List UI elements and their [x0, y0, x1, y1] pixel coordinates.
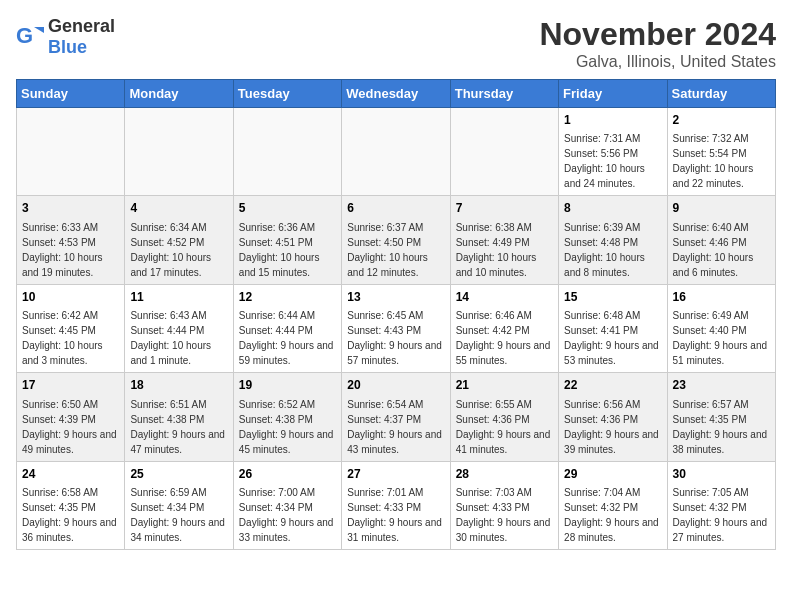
calendar-cell: 8Sunrise: 6:39 AM Sunset: 4:48 PM Daylig… [559, 196, 667, 284]
day-number: 17 [22, 377, 119, 394]
day-number: 23 [673, 377, 770, 394]
calendar-cell: 4Sunrise: 6:34 AM Sunset: 4:52 PM Daylig… [125, 196, 233, 284]
calendar-header-row: SundayMondayTuesdayWednesdayThursdayFrid… [17, 80, 776, 108]
day-number: 6 [347, 200, 444, 217]
calendar-cell: 23Sunrise: 6:57 AM Sunset: 4:35 PM Dayli… [667, 373, 775, 461]
day-info: Sunrise: 6:45 AM Sunset: 4:43 PM Dayligh… [347, 308, 444, 368]
calendar-cell: 24Sunrise: 6:58 AM Sunset: 4:35 PM Dayli… [17, 461, 125, 549]
day-number: 27 [347, 466, 444, 483]
calendar-cell: 17Sunrise: 6:50 AM Sunset: 4:39 PM Dayli… [17, 373, 125, 461]
day-number: 25 [130, 466, 227, 483]
calendar-cell: 11Sunrise: 6:43 AM Sunset: 4:44 PM Dayli… [125, 284, 233, 372]
day-header-thursday: Thursday [450, 80, 558, 108]
day-info: Sunrise: 7:01 AM Sunset: 4:33 PM Dayligh… [347, 485, 444, 545]
calendar-cell: 29Sunrise: 7:04 AM Sunset: 4:32 PM Dayli… [559, 461, 667, 549]
day-info: Sunrise: 6:44 AM Sunset: 4:44 PM Dayligh… [239, 308, 336, 368]
calendar-cell: 16Sunrise: 6:49 AM Sunset: 4:40 PM Dayli… [667, 284, 775, 372]
calendar-cell: 28Sunrise: 7:03 AM Sunset: 4:33 PM Dayli… [450, 461, 558, 549]
day-info: Sunrise: 6:56 AM Sunset: 4:36 PM Dayligh… [564, 397, 661, 457]
calendar-week-3: 10Sunrise: 6:42 AM Sunset: 4:45 PM Dayli… [17, 284, 776, 372]
day-info: Sunrise: 7:00 AM Sunset: 4:34 PM Dayligh… [239, 485, 336, 545]
day-number: 22 [564, 377, 661, 394]
calendar-cell: 6Sunrise: 6:37 AM Sunset: 4:50 PM Daylig… [342, 196, 450, 284]
calendar-cell: 14Sunrise: 6:46 AM Sunset: 4:42 PM Dayli… [450, 284, 558, 372]
day-number: 19 [239, 377, 336, 394]
day-info: Sunrise: 6:54 AM Sunset: 4:37 PM Dayligh… [347, 397, 444, 457]
calendar-cell: 10Sunrise: 6:42 AM Sunset: 4:45 PM Dayli… [17, 284, 125, 372]
day-info: Sunrise: 6:57 AM Sunset: 4:35 PM Dayligh… [673, 397, 770, 457]
calendar-cell: 13Sunrise: 6:45 AM Sunset: 4:43 PM Dayli… [342, 284, 450, 372]
calendar-cell [233, 108, 341, 196]
day-info: Sunrise: 6:38 AM Sunset: 4:49 PM Dayligh… [456, 220, 553, 280]
day-number: 20 [347, 377, 444, 394]
calendar-cell [450, 108, 558, 196]
day-number: 11 [130, 289, 227, 306]
day-info: Sunrise: 6:51 AM Sunset: 4:38 PM Dayligh… [130, 397, 227, 457]
calendar-cell: 25Sunrise: 6:59 AM Sunset: 4:34 PM Dayli… [125, 461, 233, 549]
logo: G General Blue [16, 16, 115, 58]
logo-blue: Blue [48, 37, 87, 57]
svg-marker-1 [34, 27, 44, 33]
day-info: Sunrise: 6:39 AM Sunset: 4:48 PM Dayligh… [564, 220, 661, 280]
calendar-cell: 9Sunrise: 6:40 AM Sunset: 4:46 PM Daylig… [667, 196, 775, 284]
location-title: Galva, Illinois, United States [539, 53, 776, 71]
day-number: 26 [239, 466, 336, 483]
day-info: Sunrise: 6:49 AM Sunset: 4:40 PM Dayligh… [673, 308, 770, 368]
day-info: Sunrise: 6:55 AM Sunset: 4:36 PM Dayligh… [456, 397, 553, 457]
calendar-cell: 1Sunrise: 7:31 AM Sunset: 5:56 PM Daylig… [559, 108, 667, 196]
day-number: 18 [130, 377, 227, 394]
logo-text: General Blue [48, 16, 115, 58]
calendar-week-2: 3Sunrise: 6:33 AM Sunset: 4:53 PM Daylig… [17, 196, 776, 284]
page-header: G General Blue November 2024 Galva, Illi… [16, 16, 776, 71]
day-number: 7 [456, 200, 553, 217]
calendar-cell: 3Sunrise: 6:33 AM Sunset: 4:53 PM Daylig… [17, 196, 125, 284]
day-info: Sunrise: 6:36 AM Sunset: 4:51 PM Dayligh… [239, 220, 336, 280]
day-number: 2 [673, 112, 770, 129]
calendar-cell: 30Sunrise: 7:05 AM Sunset: 4:32 PM Dayli… [667, 461, 775, 549]
calendar-week-4: 17Sunrise: 6:50 AM Sunset: 4:39 PM Dayli… [17, 373, 776, 461]
day-number: 30 [673, 466, 770, 483]
calendar-cell: 20Sunrise: 6:54 AM Sunset: 4:37 PM Dayli… [342, 373, 450, 461]
day-number: 5 [239, 200, 336, 217]
calendar-cell [342, 108, 450, 196]
day-info: Sunrise: 6:34 AM Sunset: 4:52 PM Dayligh… [130, 220, 227, 280]
day-info: Sunrise: 6:59 AM Sunset: 4:34 PM Dayligh… [130, 485, 227, 545]
calendar-cell: 27Sunrise: 7:01 AM Sunset: 4:33 PM Dayli… [342, 461, 450, 549]
day-number: 13 [347, 289, 444, 306]
day-info: Sunrise: 6:46 AM Sunset: 4:42 PM Dayligh… [456, 308, 553, 368]
day-number: 21 [456, 377, 553, 394]
svg-text:G: G [16, 23, 33, 48]
day-number: 10 [22, 289, 119, 306]
day-info: Sunrise: 6:37 AM Sunset: 4:50 PM Dayligh… [347, 220, 444, 280]
day-number: 12 [239, 289, 336, 306]
calendar-cell: 22Sunrise: 6:56 AM Sunset: 4:36 PM Dayli… [559, 373, 667, 461]
day-number: 8 [564, 200, 661, 217]
day-header-friday: Friday [559, 80, 667, 108]
logo-general: General [48, 16, 115, 36]
day-number: 14 [456, 289, 553, 306]
day-info: Sunrise: 6:42 AM Sunset: 4:45 PM Dayligh… [22, 308, 119, 368]
day-header-sunday: Sunday [17, 80, 125, 108]
day-number: 15 [564, 289, 661, 306]
calendar-cell: 7Sunrise: 6:38 AM Sunset: 4:49 PM Daylig… [450, 196, 558, 284]
day-number: 29 [564, 466, 661, 483]
calendar-cell: 18Sunrise: 6:51 AM Sunset: 4:38 PM Dayli… [125, 373, 233, 461]
day-info: Sunrise: 6:33 AM Sunset: 4:53 PM Dayligh… [22, 220, 119, 280]
day-info: Sunrise: 6:52 AM Sunset: 4:38 PM Dayligh… [239, 397, 336, 457]
calendar-cell: 21Sunrise: 6:55 AM Sunset: 4:36 PM Dayli… [450, 373, 558, 461]
day-info: Sunrise: 7:04 AM Sunset: 4:32 PM Dayligh… [564, 485, 661, 545]
day-number: 1 [564, 112, 661, 129]
day-info: Sunrise: 7:31 AM Sunset: 5:56 PM Dayligh… [564, 131, 661, 191]
day-header-wednesday: Wednesday [342, 80, 450, 108]
calendar-week-5: 24Sunrise: 6:58 AM Sunset: 4:35 PM Dayli… [17, 461, 776, 549]
day-number: 4 [130, 200, 227, 217]
day-number: 28 [456, 466, 553, 483]
day-number: 9 [673, 200, 770, 217]
calendar-week-1: 1Sunrise: 7:31 AM Sunset: 5:56 PM Daylig… [17, 108, 776, 196]
day-info: Sunrise: 7:05 AM Sunset: 4:32 PM Dayligh… [673, 485, 770, 545]
day-header-saturday: Saturday [667, 80, 775, 108]
day-info: Sunrise: 6:50 AM Sunset: 4:39 PM Dayligh… [22, 397, 119, 457]
calendar-cell: 12Sunrise: 6:44 AM Sunset: 4:44 PM Dayli… [233, 284, 341, 372]
calendar-cell: 19Sunrise: 6:52 AM Sunset: 4:38 PM Dayli… [233, 373, 341, 461]
calendar-table: SundayMondayTuesdayWednesdayThursdayFrid… [16, 79, 776, 550]
